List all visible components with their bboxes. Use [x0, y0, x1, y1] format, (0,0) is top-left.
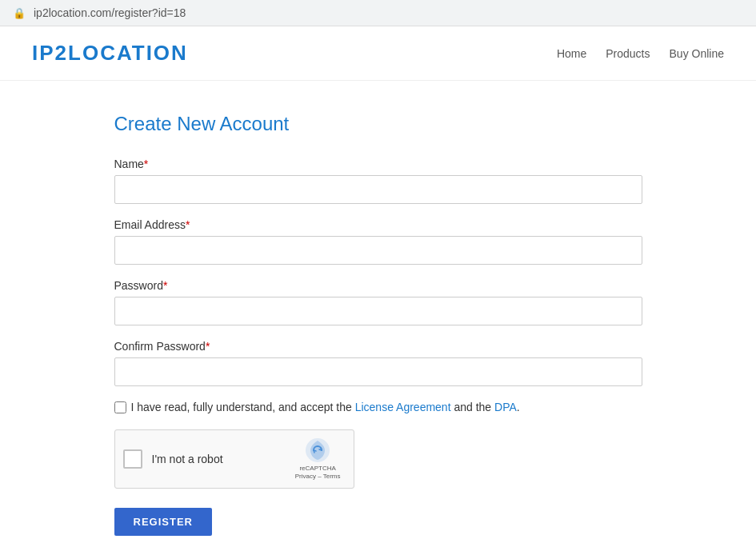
- password-group: Password*: [114, 279, 642, 325]
- page-title: Create New Account: [114, 113, 642, 135]
- password-input[interactable]: [114, 297, 642, 325]
- name-group: Name*: [114, 158, 642, 204]
- email-input[interactable]: [114, 236, 642, 265]
- logo-part2: LOCATION: [68, 41, 188, 65]
- agreement-prefix: I have read, fully understand, and accep…: [131, 401, 355, 413]
- main-content: Create New Account Name* Email Address* …: [98, 113, 658, 536]
- recaptcha-logo-icon: [305, 437, 330, 463]
- agreement-checkbox[interactable]: [114, 401, 126, 413]
- confirm-password-input[interactable]: [114, 357, 642, 386]
- lock-icon: 🔒: [13, 7, 26, 19]
- confirm-password-group: Confirm Password*: [114, 340, 642, 386]
- email-group: Email Address*: [114, 218, 642, 265]
- nav-home[interactable]: Home: [557, 47, 586, 60]
- email-label: Email Address*: [114, 218, 642, 231]
- name-required: *: [144, 158, 148, 170]
- recaptcha-brand-text: reCAPTCHA Privacy – Terms: [295, 465, 341, 481]
- site-header: IP2LOCATION Home Products Buy Online: [0, 26, 756, 81]
- password-label: Password*: [114, 279, 642, 292]
- page-title-part2: Account: [220, 113, 290, 134]
- logo-part1: IP2: [32, 41, 68, 65]
- password-required: *: [163, 279, 167, 292]
- register-button[interactable]: REGISTER: [114, 508, 212, 536]
- browser-bar: 🔒 ip2location.com/register?id=18: [0, 0, 756, 26]
- url-display: ip2location.com/register?id=18: [34, 6, 186, 19]
- recaptcha-right: reCAPTCHA Privacy – Terms: [295, 437, 341, 481]
- recaptcha-label: I'm not a robot: [152, 453, 223, 465]
- email-required: *: [186, 218, 190, 231]
- confirm-password-required: *: [206, 340, 210, 353]
- registration-form: Name* Email Address* Password* Confirm P…: [114, 158, 642, 536]
- site-logo: IP2LOCATION: [32, 41, 188, 66]
- page-title-part1: Create New: [114, 113, 220, 134]
- recaptcha-widget[interactable]: I'm not a robot reCAPTCHA Privacy – Term…: [114, 429, 354, 489]
- license-agreement-link[interactable]: License Agreement: [355, 401, 451, 413]
- name-label: Name*: [114, 158, 642, 170]
- nav-products[interactable]: Products: [606, 47, 650, 60]
- name-input[interactable]: [114, 175, 642, 204]
- agreement-text: I have read, fully understand, and accep…: [131, 401, 520, 413]
- site-nav: Home Products Buy Online: [557, 47, 724, 60]
- recaptcha-left: I'm not a robot: [123, 449, 223, 469]
- recaptcha-checkbox[interactable]: [123, 449, 142, 469]
- confirm-password-label: Confirm Password*: [114, 340, 642, 353]
- agreement-row: I have read, fully understand, and accep…: [114, 401, 642, 413]
- nav-buy-online[interactable]: Buy Online: [670, 47, 724, 60]
- dpa-link[interactable]: DPA: [494, 401, 517, 413]
- url-path: /register?id=18: [111, 6, 186, 19]
- url-base: ip2location.com: [34, 6, 111, 19]
- agreement-suffix: .: [517, 401, 520, 413]
- agreement-middle: and the: [451, 401, 495, 413]
